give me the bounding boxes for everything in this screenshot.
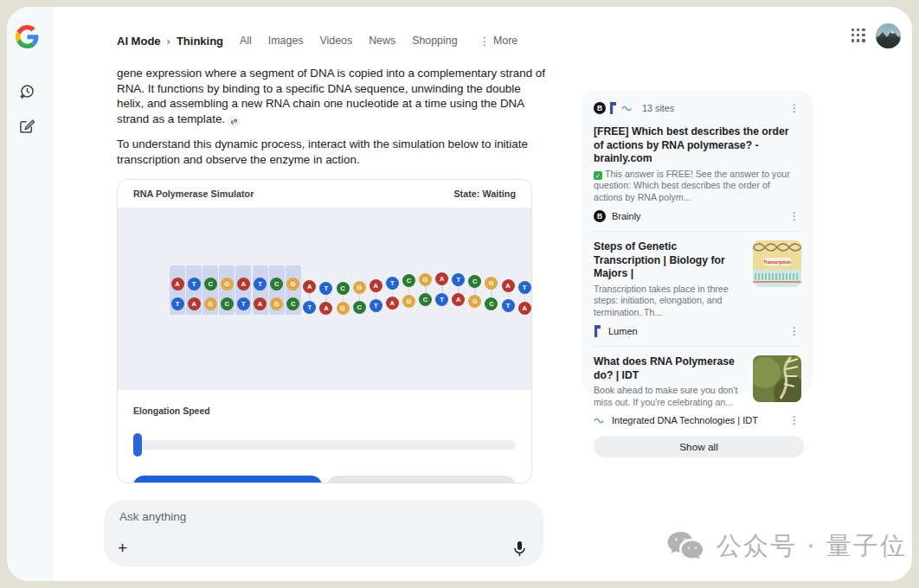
google-logo-icon[interactable]	[16, 25, 39, 48]
simulator-title: RNA Polymerase Simulator	[133, 189, 254, 199]
result-kebab-icon[interactable]: ⋮	[787, 326, 801, 336]
base-pair-19: CG	[467, 275, 482, 309]
base-pair-8: GC	[286, 278, 300, 311]
base-pair-12: GC	[352, 281, 367, 315]
base-pair-16: GC	[418, 273, 433, 307]
base-c: C	[270, 278, 283, 291]
base-pair-3: CG	[203, 278, 218, 311]
result-title[interactable]: Steps of Genetic Transcription | Biology…	[594, 240, 744, 281]
base-pair-20: GC	[484, 277, 498, 310]
base-t: T	[237, 297, 250, 310]
terminate-button[interactable]: Terminate	[327, 476, 516, 483]
result-kebab-icon[interactable]: ⋮	[787, 415, 801, 425]
base-t: T	[452, 273, 465, 286]
tab-more-label: More	[493, 35, 517, 47]
tab-videos[interactable]: Videos	[320, 35, 353, 47]
base-t: T	[319, 282, 332, 295]
base-t: T	[502, 299, 515, 312]
base-a: A	[518, 302, 531, 315]
mic-icon[interactable]	[513, 540, 526, 558]
base-pair-6: TA	[253, 278, 267, 311]
result-kebab-icon[interactable]: ⋮	[787, 211, 801, 221]
result-title[interactable]: [FREE] Which best describes the order of…	[594, 125, 801, 166]
base-pair-22: TA	[517, 281, 531, 315]
initiate-button[interactable]: Initiate	[133, 476, 322, 483]
ask-placeholder: Ask anything	[119, 510, 186, 523]
base-t: T	[188, 278, 201, 291]
base-g: G	[286, 278, 299, 291]
result-thumbnail-diagram[interactable]: Transcription	[753, 240, 801, 287]
base-c: C	[419, 293, 432, 306]
base-pair-18: TA	[451, 273, 466, 307]
base-t: T	[303, 301, 316, 314]
brainly-icon: B	[594, 102, 606, 114]
slider-thumb[interactable]	[133, 433, 142, 457]
tab-all[interactable]: All	[240, 35, 252, 47]
base-a: A	[370, 279, 382, 292]
tab-images[interactable]: Images	[268, 35, 304, 47]
base-a: A	[435, 272, 448, 285]
dna-stage: ATTACGGCATTACGGCATTACGGCATTACGGCATTACGGC…	[118, 208, 531, 390]
ask-input[interactable]: Ask anything +	[104, 500, 543, 566]
tab-shopping[interactable]: Shopping	[412, 35, 457, 47]
result-source-row[interactable]: Lumen⋮	[594, 325, 801, 337]
idt-icon	[621, 105, 633, 112]
breadcrumb[interactable]: AI Mode › Thinking	[117, 35, 223, 48]
divider	[594, 231, 801, 232]
tab-news[interactable]: News	[369, 35, 395, 47]
base-t: T	[370, 299, 382, 312]
base-a: A	[319, 302, 332, 315]
source-result: Steps of Genetic Transcription | Biology…	[594, 240, 801, 337]
plus-icon[interactable]: +	[118, 540, 127, 556]
base-t: T	[435, 293, 448, 306]
source-result: [FREE] Which best describes the order of…	[594, 125, 801, 222]
compose-icon[interactable]	[19, 118, 35, 134]
base-g: G	[468, 295, 481, 308]
base-c: C	[337, 282, 350, 295]
result-thumbnail-photo[interactable]	[753, 355, 801, 402]
base-a: A	[254, 297, 267, 310]
base-g: G	[353, 281, 366, 294]
base-c: C	[353, 301, 366, 314]
base-a: A	[237, 278, 250, 291]
slider-track[interactable]	[135, 440, 516, 450]
base-c: C	[402, 274, 415, 287]
result-title[interactable]: What does RNA Polymerase do? | IDT	[594, 355, 744, 382]
breadcrumb-secondary: Thinking	[177, 35, 223, 48]
rna-simulator-card: RNA Polymerase Simulator State: Waiting …	[117, 179, 532, 483]
citation-link-icon[interactable]	[228, 115, 241, 128]
header-nav: AI Mode › Thinking AllImagesVideosNewsSh…	[117, 33, 517, 48]
base-pair-11: CG	[336, 282, 350, 316]
base-t: T	[254, 278, 267, 291]
base-g: G	[204, 297, 217, 310]
base-t: T	[386, 277, 399, 290]
show-all-button[interactable]: Show all	[594, 436, 804, 457]
base-t: T	[518, 281, 531, 294]
elongation-speed-label: Elongation Speed	[133, 406, 516, 416]
lumen-icon	[594, 325, 602, 337]
base-pair-13: AT	[369, 279, 383, 313]
simulator-state: State: Waiting	[453, 189, 516, 199]
google-apps-icon[interactable]	[852, 29, 865, 42]
elongation-speed-slider[interactable]	[133, 433, 516, 457]
result-source-name: Lumen	[608, 326, 781, 336]
avatar[interactable]	[876, 23, 901, 48]
result-source-row[interactable]: Integrated DNA Technologies | IDT⋮	[594, 415, 801, 425]
base-a: A	[171, 278, 184, 291]
tab-more[interactable]: ⋮ More	[479, 35, 518, 48]
base-g: G	[270, 297, 283, 310]
base-g: G	[221, 278, 234, 291]
watermark-text: 公众号 · 量子位	[717, 529, 907, 564]
sources-header[interactable]: B 13 sites ⋮	[594, 102, 801, 114]
result-snippet-text: This answer is FREE! See the answer to y…	[594, 169, 790, 202]
result-source-row[interactable]: BBrainly⋮	[594, 210, 801, 222]
base-pair-21: AT	[501, 279, 516, 313]
history-icon[interactable]	[18, 83, 35, 100]
sources-kebab-icon[interactable]: ⋮	[787, 103, 801, 113]
base-g: G	[419, 273, 432, 286]
simulator-controls: Elongation Speed Initiate Terminate	[118, 390, 531, 483]
base-pair-9: AT	[302, 280, 317, 314]
tabs: AllImagesVideosNewsShopping	[240, 35, 457, 47]
svg-text:Transcription: Transcription	[763, 259, 791, 265]
source-favicons: B	[594, 102, 633, 114]
